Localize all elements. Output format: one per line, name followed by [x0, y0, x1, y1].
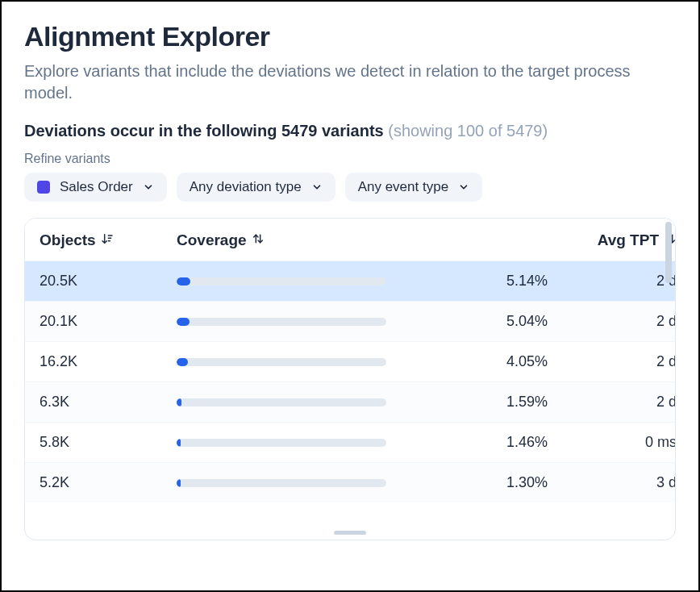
- coverage-bar-track: [177, 277, 386, 286]
- cell-coverage-bar: [177, 439, 419, 447]
- page-subtitle: Explore variants that include the deviat…: [24, 60, 676, 104]
- coverage-bar-fill: [177, 358, 188, 366]
- cell-coverage-bar: [177, 277, 419, 286]
- cell-coverage-bar: [177, 358, 419, 366]
- table-header-row: Objects Coverage Avg TPT: [25, 219, 675, 261]
- filter-object-type[interactable]: Sales Order: [24, 173, 167, 202]
- cell-objects: 20.5K: [40, 273, 177, 290]
- coverage-bar-fill: [177, 439, 181, 447]
- table-row[interactable]: 16.2K4.05%2 d: [25, 341, 675, 381]
- cell-objects: 20.1K: [40, 313, 177, 330]
- coverage-bar-fill: [177, 277, 190, 286]
- chevron-down-icon: [458, 181, 469, 193]
- cell-coverage-bar: [177, 398, 419, 406]
- cell-avg-tpt: 2 d: [548, 394, 675, 411]
- coverage-bar-fill: [177, 479, 181, 487]
- variants-summary: Deviations occur in the following 5479 v…: [24, 122, 676, 140]
- table-row[interactable]: 5.8K1.46%0 ms: [25, 422, 675, 462]
- cell-avg-tpt: 2 d: [548, 313, 675, 330]
- filter-event-type[interactable]: Any event type: [345, 173, 482, 202]
- cell-coverage-value: 5.14%: [419, 273, 548, 290]
- table-row[interactable]: 20.5K5.14%2 d: [25, 261, 675, 301]
- cell-coverage-value: 1.46%: [419, 434, 548, 451]
- table-row[interactable]: 6.3K1.59%2 d: [25, 381, 675, 422]
- cell-objects: 16.2K: [40, 353, 177, 370]
- cell-avg-tpt: 2 d: [548, 273, 675, 290]
- coverage-bar-fill: [177, 398, 181, 406]
- coverage-bar-track: [177, 479, 386, 487]
- cell-avg-tpt: 3 d: [548, 474, 675, 491]
- resize-handle[interactable]: [334, 531, 366, 535]
- cell-coverage-value: 4.05%: [419, 353, 548, 370]
- variants-total-count: 5479: [281, 122, 318, 140]
- cell-objects: 6.3K: [40, 394, 177, 411]
- filter-object-type-label: Sales Order: [60, 179, 133, 195]
- table-row[interactable]: 20.1K5.04%2 d: [25, 301, 675, 341]
- coverage-bar-track: [177, 398, 386, 406]
- cell-avg-tpt: 0 ms: [548, 434, 675, 451]
- column-header-coverage-label: Coverage: [177, 231, 247, 249]
- column-header-avg-tpt[interactable]: Avg TPT: [548, 231, 676, 249]
- table-row[interactable]: 5.2K1.30%3 d: [25, 462, 675, 502]
- column-header-coverage[interactable]: Coverage: [177, 231, 419, 249]
- cell-objects: 5.2K: [40, 474, 177, 491]
- cell-avg-tpt: 2 d: [548, 353, 675, 370]
- cell-coverage-bar: [177, 479, 419, 487]
- cell-coverage-bar: [177, 318, 419, 326]
- object-type-swatch: [37, 181, 50, 194]
- filter-deviation-type[interactable]: Any deviation type: [177, 173, 335, 202]
- coverage-bar-fill: [177, 318, 190, 326]
- sort-icon: [252, 231, 265, 249]
- coverage-bar-track: [177, 439, 386, 447]
- table-body: 20.5K5.14%2 d20.1K5.04%2 d16.2K4.05%2 d6…: [25, 261, 675, 527]
- column-header-avg-tpt-label: Avg TPT: [598, 231, 659, 249]
- cell-coverage-value: 1.59%: [419, 394, 548, 411]
- filter-bar: Sales Order Any deviation type Any event…: [24, 173, 676, 202]
- chevron-down-icon: [311, 181, 323, 193]
- variants-summary-suffix: variants: [317, 122, 383, 140]
- variants-showing-count: (showing 100 of 5479): [384, 122, 548, 140]
- filter-event-type-label: Any event type: [358, 179, 448, 195]
- alignment-explorer-panel: Alignment Explorer Explore variants that…: [0, 0, 700, 592]
- column-header-objects[interactable]: Objects: [40, 231, 177, 249]
- variants-summary-prefix: Deviations occur in the following: [24, 122, 281, 140]
- cell-objects: 5.8K: [40, 434, 177, 451]
- page-title: Alignment Explorer: [24, 21, 676, 52]
- column-header-objects-label: Objects: [40, 231, 96, 249]
- chevron-down-icon: [143, 181, 154, 193]
- scrollbar[interactable]: [665, 222, 672, 283]
- coverage-bar-track: [177, 358, 386, 366]
- coverage-bar-track: [177, 318, 386, 326]
- sort-desc-icon: [101, 231, 114, 249]
- cell-coverage-value: 1.30%: [419, 474, 548, 491]
- refine-variants-label: Refine variants: [24, 152, 676, 166]
- variants-table: Objects Coverage Avg TPT 20.5K5.14%2 d20…: [24, 218, 676, 540]
- cell-coverage-value: 5.04%: [419, 313, 548, 330]
- filter-deviation-type-label: Any deviation type: [190, 179, 302, 195]
